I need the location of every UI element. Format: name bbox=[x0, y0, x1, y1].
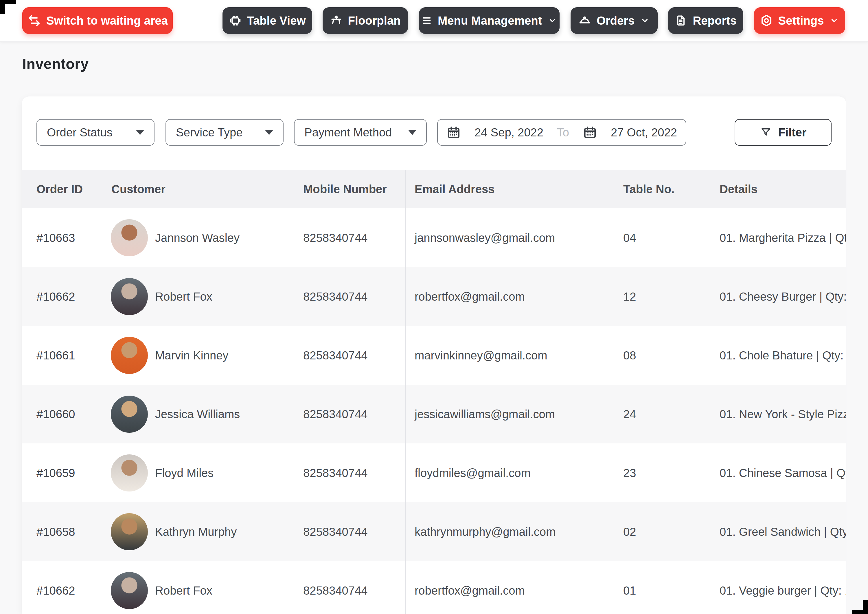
details-cell: 01. New York - Style Pizza | Qty: 1 bbox=[719, 407, 846, 421]
inventory-card: Order Status Service Type Payment Method… bbox=[22, 96, 846, 614]
email-cell: floydmiles@gmail.com bbox=[415, 466, 531, 479]
details-cell: 01. Veggie burger | Qty: 1 bbox=[719, 584, 846, 597]
caret-down-icon bbox=[265, 130, 273, 135]
mobile-number-cell: 8258340744 bbox=[303, 231, 367, 244]
table-no-cell: 02 bbox=[623, 525, 636, 538]
details-cell: 01. Margherita Pizza | Qty: 1 bbox=[719, 231, 846, 244]
chevron-down-icon bbox=[547, 16, 558, 26]
customer-avatar bbox=[111, 337, 148, 374]
table-view-label: Table View bbox=[247, 14, 305, 27]
table-view-button[interactable]: Table View bbox=[223, 7, 312, 34]
column-header-details: Details bbox=[719, 170, 758, 208]
customer-avatar bbox=[111, 513, 148, 550]
mobile-number-cell: 8258340744 bbox=[303, 349, 367, 362]
table-row[interactable]: #10662 Robert Fox 8258340744 robertfox@g… bbox=[22, 561, 846, 614]
settings-button[interactable]: Settings bbox=[754, 7, 845, 34]
order-id-cell: #10660 bbox=[36, 407, 75, 421]
table-no-cell: 12 bbox=[623, 290, 636, 303]
table-row[interactable]: #10661 Marvin Kinney 8258340744 marvinki… bbox=[22, 326, 846, 385]
customer-avatar bbox=[111, 454, 148, 491]
payment-method-label: Payment Method bbox=[304, 126, 392, 139]
payment-method-select[interactable]: Payment Method bbox=[294, 119, 427, 146]
menu-management-button[interactable]: Menu Management bbox=[419, 7, 560, 34]
customer-name-cell: Kathryn Murphy bbox=[155, 525, 237, 538]
column-header-order-id: Order ID bbox=[36, 170, 83, 208]
mobile-number-cell: 8258340744 bbox=[303, 525, 367, 538]
corner-artifact bbox=[863, 600, 868, 614]
table-row[interactable]: #10660 Jessica Williams 8258340744 jessi… bbox=[22, 385, 846, 443]
email-cell: jannsonwasley@gmail.com bbox=[415, 231, 555, 244]
email-cell: marvinkinney@gmail.com bbox=[415, 349, 547, 362]
customer-name-cell: Robert Fox bbox=[155, 290, 212, 303]
customer-avatar bbox=[111, 278, 148, 315]
top-navbar: Switch to waiting area Table View Floorp… bbox=[0, 0, 868, 42]
customer-avatar bbox=[111, 396, 148, 433]
table-no-cell: 23 bbox=[623, 466, 636, 479]
customer-name-cell: Marvin Kinney bbox=[155, 349, 228, 362]
service-type-label: Service Type bbox=[176, 126, 243, 139]
order-id-cell: #10658 bbox=[36, 525, 75, 538]
order-id-cell: #10662 bbox=[36, 290, 75, 303]
table-body: #10663 Jannson Wasley 8258340744 jannson… bbox=[22, 208, 846, 614]
table-view-icon bbox=[229, 14, 242, 27]
funnel-icon bbox=[760, 126, 772, 138]
cloche-icon bbox=[578, 14, 591, 27]
email-cell: kathrynmurphy@gmail.com bbox=[415, 525, 555, 538]
reports-button[interactable]: Reports bbox=[668, 7, 743, 34]
date-range-picker[interactable]: 24 Sep, 2022 To 27 Oct, 2022 bbox=[437, 119, 686, 146]
details-cell: 01. Chole Bhature | Qty: 1 bbox=[719, 349, 846, 362]
filter-button[interactable]: Filter bbox=[735, 119, 832, 146]
customer-avatar bbox=[111, 219, 148, 256]
table-no-cell: 24 bbox=[623, 407, 636, 421]
table-row[interactable]: #10662 Robert Fox 8258340744 robertfox@g… bbox=[22, 267, 846, 326]
details-cell: 01. Greel Sandwich | Qty: 1 bbox=[719, 525, 846, 538]
customer-name-cell: Jannson Wasley bbox=[155, 231, 240, 244]
caret-down-icon bbox=[408, 130, 416, 135]
email-cell: jessicawilliams@gmail.com bbox=[415, 407, 555, 421]
details-cell: 01. Cheesy Burger | Qty: 1 bbox=[719, 290, 846, 303]
column-header-mobile: Mobile Number bbox=[303, 170, 387, 208]
floorplan-icon bbox=[330, 14, 343, 27]
table-row[interactable]: #10658 Kathryn Murphy 8258340744 kathryn… bbox=[22, 502, 846, 561]
date-range-start: 24 Sep, 2022 bbox=[474, 126, 543, 139]
order-status-select[interactable]: Order Status bbox=[36, 119, 155, 146]
switch-button-label: Switch to waiting area bbox=[46, 14, 168, 27]
settings-label: Settings bbox=[778, 14, 824, 27]
service-type-select[interactable]: Service Type bbox=[166, 119, 284, 146]
date-range-separator: To bbox=[557, 126, 569, 139]
orders-button[interactable]: Orders bbox=[570, 7, 658, 34]
table-no-cell: 01 bbox=[623, 584, 636, 597]
document-icon bbox=[675, 14, 687, 27]
column-header-email: Email Address bbox=[415, 170, 494, 208]
details-cell: 01. Chinese Samosa | Qty: 1 bbox=[719, 466, 846, 479]
table-header-row: Order ID Customer Mobile Number Email Ad… bbox=[22, 170, 846, 208]
sticky-column-divider bbox=[405, 170, 406, 614]
table-row[interactable]: #10663 Jannson Wasley 8258340744 jannson… bbox=[22, 208, 846, 267]
page-title: Inventory bbox=[22, 56, 89, 72]
mobile-number-cell: 8258340744 bbox=[303, 407, 367, 421]
order-status-label: Order Status bbox=[47, 126, 113, 139]
orders-label: Orders bbox=[597, 14, 634, 27]
floorplan-label: Floorplan bbox=[348, 14, 400, 27]
switch-to-waiting-area-button[interactable]: Switch to waiting area bbox=[22, 7, 173, 34]
gear-icon bbox=[760, 14, 773, 27]
order-id-cell: #10659 bbox=[36, 466, 75, 479]
mobile-number-cell: 8258340744 bbox=[303, 584, 367, 597]
email-cell: robertfox@gmail.com bbox=[415, 290, 525, 303]
mobile-number-cell: 8258340744 bbox=[303, 290, 367, 303]
order-id-cell: #10663 bbox=[36, 231, 75, 244]
table-no-cell: 08 bbox=[623, 349, 636, 362]
table-row[interactable]: #10659 Floyd Miles 8258340744 floydmiles… bbox=[22, 443, 846, 502]
filter-button-label: Filter bbox=[778, 126, 807, 139]
reports-label: Reports bbox=[693, 14, 736, 27]
customer-name-cell: Floyd Miles bbox=[155, 466, 214, 479]
right-edge-overlay bbox=[846, 41, 868, 614]
floorplan-button[interactable]: Floorplan bbox=[322, 7, 408, 34]
swap-arrows-icon bbox=[27, 14, 41, 28]
caret-down-icon bbox=[136, 130, 144, 135]
date-range-end: 27 Oct, 2022 bbox=[611, 126, 677, 139]
order-id-cell: #10661 bbox=[36, 349, 75, 362]
menu-list-icon bbox=[421, 15, 432, 26]
customer-avatar bbox=[111, 572, 148, 609]
customer-name-cell: Robert Fox bbox=[155, 584, 212, 597]
